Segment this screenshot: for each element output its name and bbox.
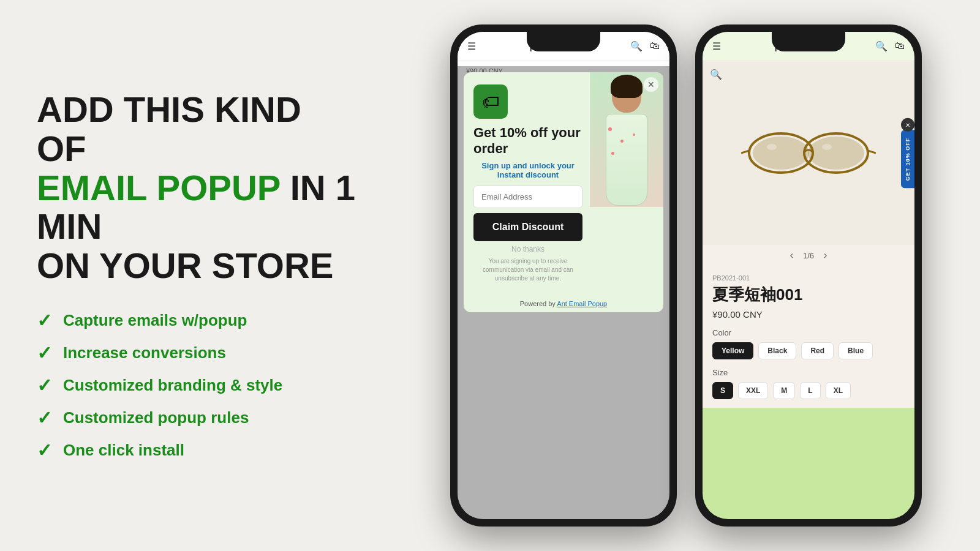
- discount-tab[interactable]: GET 10% OFF: [901, 130, 914, 189]
- color-black[interactable]: Black: [758, 342, 796, 359]
- product-sku: PB2021-001: [712, 274, 905, 282]
- discount-tab-area: ✕ GET 10% OFF: [901, 118, 914, 189]
- check-icon-4: ✓: [37, 407, 52, 429]
- feature-item-4: ✓ Customized popup rules: [37, 407, 355, 429]
- size-xl[interactable]: XL: [826, 382, 851, 399]
- left-panel: ADD THIS KIND OF EMAIL POPUP IN 1 MIN ON…: [0, 0, 392, 551]
- check-icon-1: ✓: [37, 310, 52, 331]
- title-highlight: EMAIL POPUP: [37, 168, 281, 208]
- main-title: ADD THIS KIND OF EMAIL POPUP IN 1 MIN ON…: [37, 90, 355, 285]
- popup-tag-icon: 🏷: [473, 84, 508, 119]
- product-info: PB2021-001 夏季短袖001 ¥90.00 CNY Color Yell…: [703, 266, 914, 408]
- image-navigation: ‹ 1/6 ›: [703, 245, 914, 266]
- svg-point-6: [767, 144, 777, 150]
- ant-email-popup-link[interactable]: Ant Email Popup: [557, 300, 607, 307]
- product-price: ¥90.00 CNY: [712, 309, 905, 320]
- phone-2: ☰ pb2021-001 🔍 🛍 🔍: [695, 24, 922, 527]
- claim-discount-button[interactable]: Claim Discount: [473, 213, 582, 241]
- feature-label-1: Capture emails w/popup: [63, 311, 247, 330]
- feature-label-4: Customized popup rules: [63, 408, 249, 427]
- search-icon[interactable]: 🔍: [630, 40, 643, 52]
- phone-1-screen: ☰ pb2021-001 🔍 🛍 ¥90.00 CNY Color Yellow…: [458, 32, 669, 519]
- feature-item-5: ✓ One click install: [37, 440, 355, 461]
- phone-2-nav-icons: 🔍 🛍: [875, 40, 905, 52]
- features-list: ✓ Capture emails w/popup ✓ Increase conv…: [37, 310, 355, 461]
- menu-icon[interactable]: ☰: [467, 40, 476, 52]
- color-yellow[interactable]: Yellow: [712, 342, 753, 359]
- color-blue[interactable]: Blue: [839, 342, 873, 359]
- svg-point-7: [822, 144, 832, 150]
- size-m[interactable]: M: [773, 382, 795, 399]
- phone-1-nav-icons: 🔍 🛍: [630, 40, 660, 52]
- phone-2-notch: [772, 32, 845, 51]
- feature-item-2: ✓ Increase conversions: [37, 342, 355, 364]
- popup-email-input[interactable]: [473, 186, 582, 208]
- next-image-btn[interactable]: ›: [824, 250, 827, 261]
- title-line3: ON YOUR STORE: [37, 246, 334, 285]
- check-icon-3: ✓: [37, 375, 52, 396]
- size-xxl[interactable]: XXL: [738, 382, 768, 399]
- cart-icon-2[interactable]: 🛍: [895, 40, 905, 52]
- popup-subtitle: Sign up and unlock your instant discount: [473, 161, 582, 179]
- popup-headline: Get 10% off your order: [473, 125, 582, 157]
- color-red[interactable]: Red: [801, 342, 834, 359]
- phone-2-screen: ☰ pb2021-001 🔍 🛍 🔍: [703, 32, 914, 519]
- svg-point-1: [753, 137, 809, 170]
- discount-close-btn[interactable]: ✕: [901, 118, 914, 132]
- popup-top: 🏷 Get 10% off your order Sign up and unl…: [464, 72, 663, 295]
- feature-label-3: Customized branding & style: [63, 376, 282, 395]
- check-icon-5: ✓: [37, 440, 52, 461]
- svg-point-3: [808, 137, 864, 170]
- image-counter: 1/6: [803, 251, 814, 260]
- feature-item-1: ✓ Capture emails w/popup: [37, 310, 355, 331]
- right-panel: ☰ pb2021-001 🔍 🛍 ¥90.00 CNY Color Yellow…: [392, 0, 980, 551]
- size-s[interactable]: S: [712, 382, 733, 399]
- popup-overlay: ✕ 🏷 Get 10% off your order Sign up and u…: [458, 66, 669, 519]
- size-l[interactable]: L: [800, 382, 820, 399]
- prev-image-btn[interactable]: ‹: [790, 250, 793, 261]
- phone-1-notch: [527, 32, 600, 51]
- size-options: S XXL M L XL: [712, 382, 905, 399]
- feature-item-3: ✓ Customized branding & style: [37, 375, 355, 396]
- menu-icon-2[interactable]: ☰: [712, 40, 721, 52]
- color-options: Yellow Black Red Blue: [712, 342, 905, 359]
- popup-content: 🏷 Get 10% off your order Sign up and unl…: [464, 72, 590, 295]
- cart-icon[interactable]: 🛍: [650, 40, 660, 52]
- popup-box: ✕ 🏷 Get 10% off your order Sign up and u…: [464, 72, 663, 312]
- product-name: 夏季短袖001: [712, 284, 905, 305]
- glasses-image: [741, 129, 876, 178]
- check-icon-2: ✓: [37, 342, 52, 364]
- phone-1: ☰ pb2021-001 🔍 🛍 ¥90.00 CNY Color Yellow…: [450, 24, 677, 527]
- size-label: Size: [712, 368, 905, 377]
- powered-by: Powered by Ant Email Popup: [464, 295, 663, 312]
- title-line1: ADD THIS KIND OF: [37, 89, 301, 168]
- feature-label-5: One click install: [63, 441, 184, 460]
- popup-no-thanks[interactable]: No thanks: [473, 245, 582, 253]
- popup-legal: You are signing up to receive communicat…: [473, 257, 582, 283]
- zoom-icon[interactable]: 🔍: [710, 69, 722, 80]
- popup-model-image: [590, 72, 663, 295]
- popup-close-btn[interactable]: ✕: [644, 77, 658, 92]
- product-image-area: 🔍: [703, 61, 914, 245]
- search-icon-2[interactable]: 🔍: [875, 40, 888, 52]
- color-label: Color: [712, 328, 905, 337]
- feature-label-2: Increase conversions: [63, 343, 226, 362]
